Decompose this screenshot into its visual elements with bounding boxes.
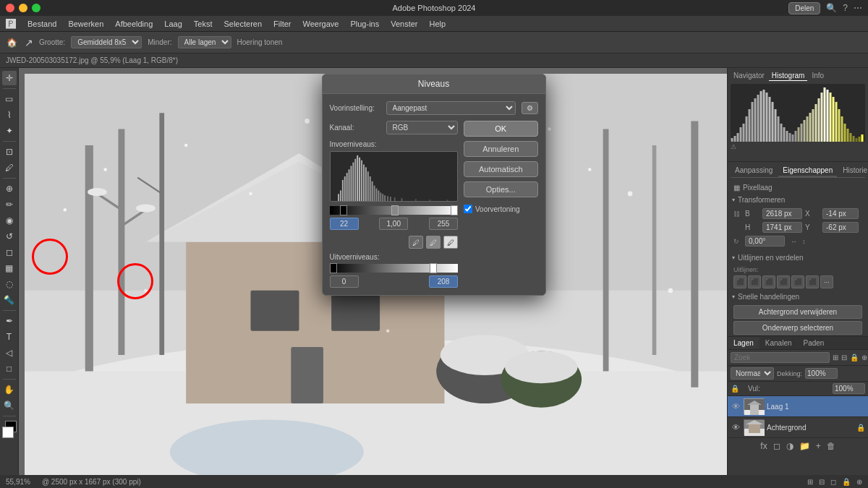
toolbar-home[interactable]: 🏠 bbox=[4, 35, 19, 50]
layer-item-achtergrond[interactable]: 👁 Achtergrond 🔒 bbox=[728, 417, 868, 438]
auto-button[interactable]: Automatisch bbox=[464, 161, 538, 177]
align-more-icon[interactable]: ··· bbox=[820, 275, 833, 288]
add-style-icon[interactable]: fx bbox=[760, 441, 767, 451]
channel-select[interactable]: RGB bbox=[386, 121, 458, 134]
blend-mode-select[interactable]: Normaal bbox=[731, 367, 774, 380]
input-slider-track[interactable] bbox=[330, 206, 458, 215]
toolbar-arrow[interactable]: ↗ bbox=[25, 37, 33, 48]
opacity-input[interactable] bbox=[805, 368, 838, 379]
info-tab[interactable]: Info bbox=[809, 71, 827, 81]
fill-input[interactable] bbox=[833, 383, 865, 394]
tool-lasso[interactable]: ⌇ bbox=[2, 108, 17, 122]
layers-search-input[interactable] bbox=[731, 352, 830, 363]
tool-zoom[interactable]: 🔍 bbox=[2, 398, 17, 413]
layers-more-icon[interactable]: ⊕ bbox=[861, 354, 867, 361]
tool-magic-wand[interactable]: ✦ bbox=[2, 124, 17, 138]
input-gamma-value[interactable] bbox=[379, 218, 408, 230]
output-white-handle[interactable] bbox=[430, 263, 437, 273]
tool-gradient[interactable]: ▦ bbox=[2, 261, 17, 275]
options-button[interactable]: Opties... bbox=[464, 181, 538, 197]
share-button[interactable]: Delen bbox=[788, 2, 820, 14]
more-icon[interactable]: ⋯ bbox=[854, 3, 862, 13]
search-icon[interactable]: 🔍 bbox=[826, 3, 837, 13]
tool-hand[interactable]: ✋ bbox=[2, 382, 17, 397]
align-middle-icon[interactable]: ⬛ bbox=[791, 275, 804, 288]
menu-filter[interactable]: Filter bbox=[273, 20, 291, 28]
tool-dodge[interactable]: 🔦 bbox=[2, 293, 17, 307]
tool-stamp[interactable]: ◉ bbox=[2, 213, 17, 228]
close-button[interactable] bbox=[6, 4, 14, 12]
layer-item-laag1[interactable]: 👁 Laag 1 bbox=[728, 396, 868, 417]
rotation-input[interactable] bbox=[745, 236, 785, 247]
tool-eyedropper[interactable]: 🖊 bbox=[2, 160, 17, 175]
x-input[interactable] bbox=[822, 208, 859, 219]
menu-venster[interactable]: Venster bbox=[391, 20, 417, 28]
align-center-icon[interactable]: ⬛ bbox=[748, 275, 761, 288]
add-group-icon[interactable]: 📁 bbox=[799, 441, 810, 451]
output-white-value[interactable] bbox=[429, 275, 458, 288]
navigator-tab[interactable]: Navigator bbox=[731, 71, 767, 81]
quick-actions-header[interactable]: ▾ Snelle handelingen bbox=[731, 290, 865, 304]
layer1-eye-icon[interactable]: 👁 bbox=[731, 402, 741, 411]
tool-brush[interactable]: ✏ bbox=[2, 197, 17, 212]
tab-kanalen[interactable]: Kanalen bbox=[760, 337, 798, 349]
input-gray-handle[interactable] bbox=[391, 205, 399, 215]
add-adjustment-icon[interactable]: ◑ bbox=[786, 441, 793, 451]
menu-plugins[interactable]: Plug-ins bbox=[350, 20, 379, 28]
menu-afbeelding[interactable]: Afbeelding bbox=[115, 20, 153, 28]
minder-select[interactable]: Alle lagen bbox=[178, 36, 231, 48]
tool-move[interactable]: ✛ bbox=[2, 71, 17, 85]
tool-crop[interactable]: ⊡ bbox=[2, 145, 17, 159]
align-header[interactable]: ▾ Uitlijnen en verdelen bbox=[731, 251, 865, 265]
input-black-value[interactable] bbox=[330, 218, 359, 230]
cancel-button[interactable]: Annuleren bbox=[464, 141, 538, 157]
preview-checkbox[interactable] bbox=[464, 205, 472, 213]
input-white-value[interactable] bbox=[429, 218, 458, 230]
background-color[interactable] bbox=[2, 427, 14, 438]
tab-eigenschappen[interactable]: Eigenschappen bbox=[778, 165, 837, 177]
maximize-button[interactable] bbox=[32, 4, 41, 12]
input-slider-container[interactable] bbox=[330, 206, 458, 215]
tool-pen[interactable]: ✒ bbox=[2, 314, 17, 328]
align-bottom-icon[interactable]: ⬛ bbox=[806, 275, 819, 288]
preset-gear-button[interactable]: ⚙ bbox=[522, 102, 538, 114]
y-input[interactable] bbox=[822, 222, 859, 233]
help-icon[interactable]: ? bbox=[843, 3, 848, 13]
align-top-icon[interactable]: ⬛ bbox=[777, 275, 790, 288]
tab-aanpassing[interactable]: Aanpassing bbox=[731, 165, 777, 177]
tab-historie[interactable]: Historie bbox=[838, 165, 868, 177]
tool-shape[interactable]: □ bbox=[2, 361, 17, 376]
layers-lock-icon[interactable]: 🔒 bbox=[850, 354, 859, 361]
tool-select-rect[interactable]: ▭ bbox=[2, 92, 17, 106]
ok-button[interactable]: OK bbox=[464, 121, 538, 137]
add-layer-icon[interactable]: + bbox=[816, 441, 821, 451]
transform-header[interactable]: ▾ Transformeren bbox=[731, 193, 865, 207]
menu-tekst[interactable]: Tekst bbox=[194, 20, 213, 28]
input-black-handle[interactable] bbox=[340, 205, 347, 215]
add-mask-icon[interactable]: ◻ bbox=[773, 441, 780, 451]
select-subject-button[interactable]: Onderwerp selecteren bbox=[733, 321, 862, 335]
black-eyedropper[interactable]: 🖊 bbox=[409, 236, 423, 249]
layers-config-icon[interactable]: ⊟ bbox=[841, 354, 847, 361]
align-left-icon[interactable]: ⬛ bbox=[733, 275, 746, 288]
remove-bg-button[interactable]: Achtergrond verwijderen bbox=[733, 305, 862, 319]
layer2-eye-icon[interactable]: 👁 bbox=[731, 423, 741, 432]
menu-help[interactable]: Help bbox=[430, 20, 446, 28]
align-right-icon[interactable]: ⬛ bbox=[762, 275, 775, 288]
grootte-select[interactable]: Gemiddeld 8x5 bbox=[71, 36, 142, 48]
height-input[interactable] bbox=[762, 222, 802, 233]
menu-laag[interactable]: Laag bbox=[164, 20, 182, 28]
menu-bewerken[interactable]: Bewerken bbox=[68, 20, 103, 28]
levels-dialog[interactable]: Niveaus Voorinstelling: Aangepast ⚙ bbox=[322, 74, 546, 296]
gray-eyedropper[interactable]: 🖊 bbox=[426, 236, 441, 249]
output-black-handle[interactable] bbox=[330, 263, 337, 273]
minimize-button[interactable] bbox=[19, 4, 27, 12]
output-slider-container[interactable] bbox=[330, 264, 458, 273]
output-slider-track[interactable] bbox=[330, 264, 458, 273]
tool-blur[interactable]: ◌ bbox=[2, 277, 17, 291]
menu-weergave[interactable]: Weergave bbox=[303, 20, 339, 28]
tool-spot-heal[interactable]: ⊕ bbox=[2, 181, 17, 196]
tab-lagen[interactable]: Lagen bbox=[728, 337, 760, 349]
delete-layer-icon[interactable]: 🗑 bbox=[827, 441, 835, 451]
tool-history-brush[interactable]: ↺ bbox=[2, 229, 17, 244]
